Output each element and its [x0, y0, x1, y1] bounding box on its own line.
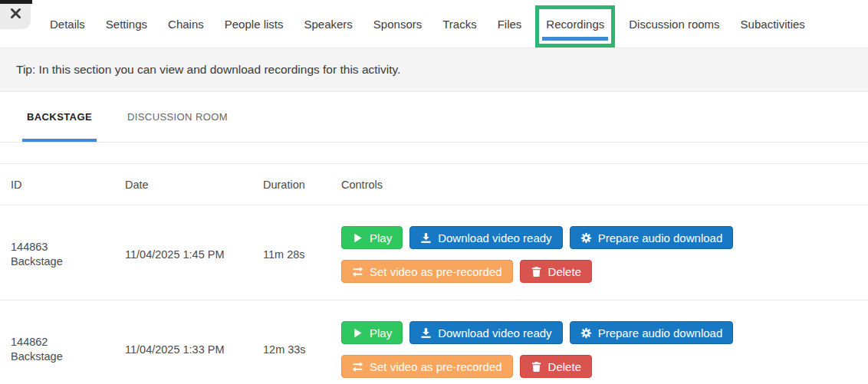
subtab-discussion-room-label: DISCUSSION ROOM: [127, 111, 228, 123]
table-row: 144863 Backstage 11/04/2025 1:45 PM 11m …: [0, 205, 868, 300]
subtab-backstage[interactable]: BACKSTAGE: [27, 92, 92, 142]
download-video-button[interactable]: Download video ready: [409, 321, 562, 344]
download-video-button[interactable]: Download video ready: [409, 226, 562, 249]
recording-id-cell: 144862 Backstage: [11, 335, 125, 364]
recording-duration: 12m 33s: [263, 343, 341, 356]
nav-tabs: Details Settings Chains People lists Spe…: [50, 0, 805, 48]
tab-sponsors[interactable]: Sponsors: [373, 18, 422, 31]
tab-settings[interactable]: Settings: [106, 18, 147, 31]
set-prerecorded-button[interactable]: Set video as pre-recorded: [341, 355, 513, 378]
download-icon: [420, 232, 432, 244]
delete-label: Delete: [548, 360, 581, 373]
download-video-label: Download video ready: [438, 327, 551, 340]
tab-subactivities[interactable]: Subactivities: [741, 18, 805, 31]
tab-chains[interactable]: Chains: [168, 18, 204, 31]
play-icon: [352, 232, 363, 244]
recording-id: 144862: [11, 335, 125, 350]
play-label: Play: [370, 327, 392, 340]
play-icon: [352, 327, 363, 339]
window-edge-strip: [0, 0, 32, 4]
table-header: ID Date Duration Controls: [0, 163, 868, 205]
prepare-audio-label: Prepare audio download: [598, 327, 723, 340]
close-button[interactable]: [0, 0, 31, 29]
subtab-backstage-label: BACKSTAGE: [27, 111, 92, 123]
close-icon: [10, 8, 21, 22]
play-label: Play: [370, 231, 392, 245]
top-tab-bar: Details Settings Chains People lists Spe…: [0, 0, 868, 48]
tab-details[interactable]: Details: [50, 18, 85, 31]
recording-controls: Play Download video ready Prepa: [341, 321, 868, 378]
tip-text: Tip: In this section you can view and do…: [16, 63, 400, 77]
column-header-date: Date: [125, 179, 263, 191]
recording-room: Backstage: [11, 254, 125, 269]
recording-date: 11/04/2025 1:45 PM: [125, 248, 263, 261]
tab-recordings[interactable]: Recordings: [546, 18, 604, 31]
column-header-duration: Duration: [263, 179, 341, 191]
exchange-icon: [352, 361, 363, 373]
spacer: [0, 143, 868, 163]
recording-source-tabs: BACKSTAGE DISCUSSION ROOM: [0, 92, 868, 143]
recording-id: 144863: [11, 240, 125, 254]
exchange-icon: [352, 266, 363, 277]
subtab-active-underline: [22, 139, 97, 142]
delete-button[interactable]: Delete: [520, 355, 592, 378]
column-header-id: ID: [11, 179, 125, 191]
recordings-highlight-box: Recordings: [535, 5, 615, 48]
tab-speakers[interactable]: Speakers: [304, 18, 352, 31]
tab-files[interactable]: Files: [498, 18, 522, 31]
recording-controls: Play Download video ready Prepa: [341, 226, 868, 283]
active-tab-underline: [542, 37, 608, 41]
tab-people-lists[interactable]: People lists: [225, 18, 284, 31]
prepare-audio-button[interactable]: Prepare audio download: [570, 226, 734, 249]
tip-bar: Tip: In this section you can view and do…: [0, 48, 868, 92]
tab-discussion-rooms[interactable]: Discussion rooms: [629, 18, 719, 31]
set-prerecorded-label: Set video as pre-recorded: [370, 265, 502, 278]
tab-tracks[interactable]: Tracks: [442, 18, 476, 31]
recording-date: 11/04/2025 1:33 PM: [125, 343, 263, 356]
table-row: 144862 Backstage 11/04/2025 1:33 PM 12m …: [0, 300, 868, 384]
play-button[interactable]: Play: [341, 321, 403, 344]
prepare-audio-button[interactable]: Prepare audio download: [570, 321, 734, 344]
download-video-label: Download video ready: [438, 231, 551, 245]
trash-icon: [531, 361, 542, 373]
download-icon: [420, 327, 432, 339]
gear-icon: [580, 327, 592, 339]
prepare-audio-label: Prepare audio download: [598, 231, 723, 245]
recording-duration: 11m 28s: [263, 248, 341, 261]
set-prerecorded-button[interactable]: Set video as pre-recorded: [341, 260, 513, 283]
recording-id-cell: 144863 Backstage: [11, 240, 125, 269]
subtab-discussion-room[interactable]: DISCUSSION ROOM: [127, 92, 228, 142]
set-prerecorded-label: Set video as pre-recorded: [370, 360, 502, 373]
play-button[interactable]: Play: [341, 226, 403, 249]
recording-room: Backstage: [11, 350, 125, 364]
column-header-controls: Controls: [341, 179, 868, 191]
delete-button[interactable]: Delete: [520, 260, 592, 283]
gear-icon: [580, 232, 592, 244]
delete-label: Delete: [548, 265, 581, 278]
trash-icon: [531, 266, 542, 277]
